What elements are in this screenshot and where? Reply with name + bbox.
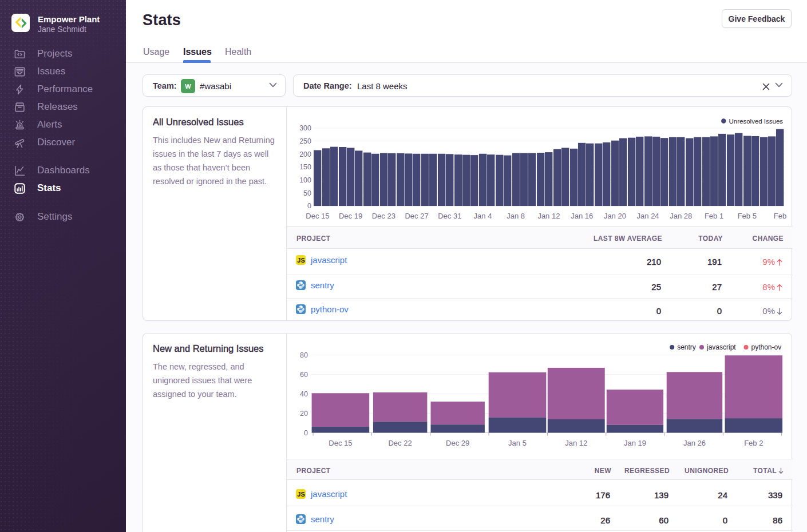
svg-text:Dec 27: Dec 27 xyxy=(405,212,428,220)
svg-text:Dec 15: Dec 15 xyxy=(329,439,352,447)
svg-text:250: 250 xyxy=(299,137,311,145)
svg-text:Dec 23: Dec 23 xyxy=(372,212,395,220)
svg-text:Dec 29: Dec 29 xyxy=(446,439,469,447)
svg-text:Jan 5: Jan 5 xyxy=(508,439,527,447)
svg-text:Dec 22: Dec 22 xyxy=(388,439,412,447)
svg-text:60: 60 xyxy=(300,371,308,379)
svg-text:Jan 19: Jan 19 xyxy=(624,439,646,447)
svg-text:300: 300 xyxy=(299,124,311,132)
svg-text:200: 200 xyxy=(299,150,311,158)
svg-text:JS: JS xyxy=(297,491,304,498)
svg-text:javascript: javascript xyxy=(706,343,736,351)
svg-text:Dec 15: Dec 15 xyxy=(306,212,329,220)
svg-text:Unresolved Issues: Unresolved Issues xyxy=(729,118,784,125)
svg-text:sentry: sentry xyxy=(677,343,696,351)
svg-text:80: 80 xyxy=(300,351,308,359)
svg-text:Feb 1: Feb 1 xyxy=(705,212,723,220)
svg-text:Jan 28: Jan 28 xyxy=(670,212,692,220)
svg-text:Feb 2: Feb 2 xyxy=(744,439,763,447)
svg-text:40: 40 xyxy=(300,390,308,398)
svg-text:Jan 26: Jan 26 xyxy=(683,439,706,447)
svg-text:Jan 12: Jan 12 xyxy=(565,439,587,447)
svg-text:Dec 31: Dec 31 xyxy=(438,212,461,220)
svg-text:Jan 8: Jan 8 xyxy=(507,212,525,220)
svg-text:Jan 4: Jan 4 xyxy=(474,212,492,220)
svg-text:Feb 5: Feb 5 xyxy=(738,212,757,220)
svg-text:Feb: Feb xyxy=(774,212,786,220)
svg-text:0: 0 xyxy=(307,202,311,210)
svg-text:Jan 12: Jan 12 xyxy=(537,212,560,220)
svg-text:0: 0 xyxy=(304,429,308,437)
svg-text:Jan 16: Jan 16 xyxy=(571,212,593,220)
svg-text:python-ov: python-ov xyxy=(751,343,782,351)
svg-text:50: 50 xyxy=(303,189,311,197)
svg-text:Dec 19: Dec 19 xyxy=(339,212,362,220)
svg-text:JS: JS xyxy=(297,257,304,264)
svg-text:Jan 24: Jan 24 xyxy=(637,212,659,220)
svg-text:100: 100 xyxy=(299,176,311,184)
svg-text:150: 150 xyxy=(299,163,311,171)
svg-text:Jan 20: Jan 20 xyxy=(604,212,626,220)
svg-text:20: 20 xyxy=(300,410,308,418)
